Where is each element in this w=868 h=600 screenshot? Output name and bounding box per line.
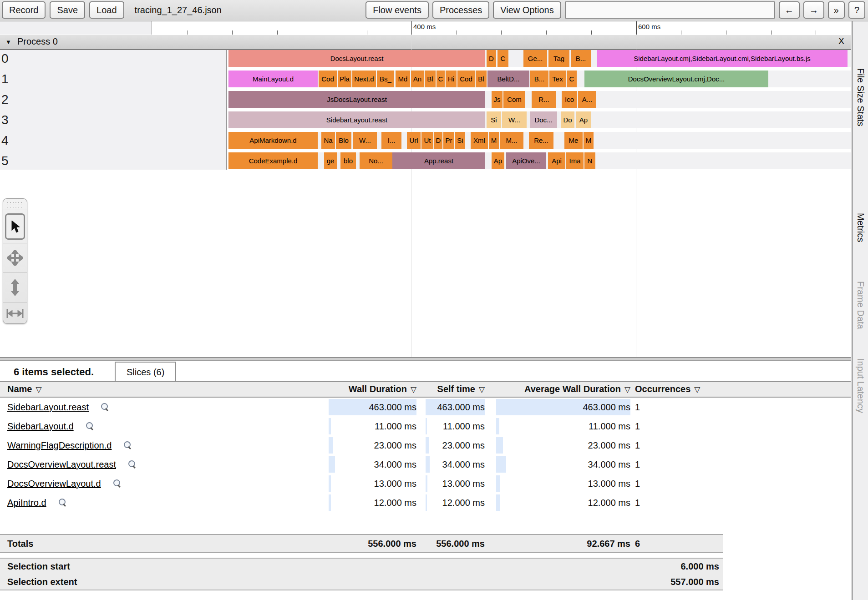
trace-slice[interactable]: M <box>584 132 594 149</box>
trace-slice[interactable]: No... <box>360 152 392 169</box>
trace-slice[interactable]: W... <box>502 111 527 128</box>
column-header-name[interactable]: Name▽ <box>7 384 42 394</box>
trace-slice[interactable]: C <box>437 71 445 87</box>
trace-slice[interactable]: Bl <box>425 71 436 87</box>
trace-slice[interactable]: Ge... <box>523 50 547 67</box>
table-row[interactable]: SidebarLayout.d11.000 ms11.000 ms11.000 … <box>0 417 851 436</box>
trace-slice[interactable]: C <box>567 71 577 87</box>
table-row[interactable]: ApiIntro.d12.000 ms12.000 ms12.000 ms1 <box>0 493 851 512</box>
trace-slice[interactable]: Ap <box>576 111 591 128</box>
trace-slice[interactable]: Pr <box>443 132 454 149</box>
column-header-self-time[interactable]: Self time▽ <box>426 384 485 394</box>
trace-slice[interactable]: Ap <box>492 152 504 169</box>
collapse-triangle-icon[interactable]: ▼ <box>5 39 11 45</box>
slice-name-link[interactable]: SidebarLayout.d <box>7 421 74 431</box>
column-header-occurrences[interactable]: Occurrences▽ <box>635 384 700 394</box>
trace-slice[interactable]: An <box>411 71 424 87</box>
trace-slice[interactable]: SidebarLayout.reast <box>228 111 485 128</box>
trace-slice[interactable]: Doc... <box>530 111 557 128</box>
trace-slice[interactable]: Md <box>396 71 410 87</box>
panel-splitter[interactable] <box>0 357 851 361</box>
column-header-average-wall-duration[interactable]: Average Wall Duration▽ <box>496 384 630 394</box>
trace-slice[interactable]: CodeExample.d <box>228 152 318 169</box>
magnifier-icon[interactable] <box>113 479 122 488</box>
search-input[interactable] <box>565 1 775 19</box>
processes-button[interactable]: Processes <box>432 1 489 19</box>
trace-slice[interactable]: D <box>434 132 442 149</box>
trace-slice[interactable]: Bs_ <box>377 71 394 87</box>
trace-slice[interactable]: Bl <box>476 71 487 87</box>
trace-slice[interactable]: C <box>497 50 508 67</box>
close-process-icon[interactable]: X <box>838 36 844 46</box>
trace-slice[interactable]: A... <box>578 91 596 108</box>
trace-slice[interactable]: BeltD... <box>487 71 529 87</box>
trace-slice[interactable]: MainLayout.d <box>228 71 318 87</box>
trace-slice[interactable]: Api <box>548 152 565 169</box>
trace-slice[interactable]: R... <box>532 91 556 108</box>
trace-slice[interactable]: Xml <box>471 132 488 149</box>
trace-slice[interactable]: W... <box>353 132 377 149</box>
table-row[interactable]: SidebarLayout.reast463.000 ms463.000 ms4… <box>0 398 851 417</box>
trace-slice[interactable]: ge <box>324 152 337 169</box>
trace-slice[interactable]: Cod <box>457 71 475 87</box>
slice-name-link[interactable]: DocsOverviewLayout.reast <box>7 459 116 469</box>
trace-slice[interactable]: Next.d <box>352 71 376 87</box>
trace-slice[interactable]: App.reast <box>392 152 485 169</box>
trace-slice[interactable]: ApiMarkdown.d <box>228 132 318 149</box>
magnifier-icon[interactable] <box>101 403 110 412</box>
trace-slice[interactable]: B... <box>530 71 548 87</box>
trace-slice[interactable]: Ut <box>421 132 433 149</box>
magnifier-icon[interactable] <box>58 498 67 507</box>
trace-slice[interactable]: ApiOve... <box>506 152 546 169</box>
more-options-button[interactable]: » <box>828 1 845 19</box>
trace-slice[interactable]: I... <box>381 132 401 149</box>
record-button[interactable]: Record <box>2 1 46 19</box>
table-row[interactable]: DocsOverviewLayout.reast34.000 ms34.000 … <box>0 455 851 474</box>
magnifier-icon[interactable] <box>123 441 132 450</box>
trace-slice[interactable]: Url <box>407 132 421 149</box>
trace-slice[interactable]: M... <box>500 132 523 149</box>
trace-slice[interactable]: Cod <box>319 71 337 87</box>
trace-slice[interactable]: Si <box>487 111 501 128</box>
trace-slice[interactable]: Me <box>564 132 583 149</box>
slice-name-link[interactable]: DocsOverviewLayout.d <box>7 479 101 489</box>
timing-tool-button[interactable] <box>3 302 27 324</box>
trace-slice[interactable]: Do <box>561 111 574 128</box>
palette-drag-handle[interactable] <box>6 202 24 209</box>
timeline-ruler[interactable]: 400 ms600 ms <box>152 21 851 35</box>
view-options-button[interactable]: View Options <box>493 1 561 19</box>
slice-name-link[interactable]: SidebarLayout.reast <box>7 402 89 412</box>
trace-slice[interactable]: DocsOverviewLayout.cmj,Doc... <box>584 71 768 87</box>
trace-slice[interactable]: Tag <box>548 50 569 67</box>
find-next-button[interactable]: → <box>803 1 824 19</box>
trace-slice[interactable]: Na <box>321 132 335 149</box>
trace-slice[interactable]: D <box>487 50 496 67</box>
trace-slice[interactable]: blo <box>340 152 356 169</box>
sidebar-tab-file-size-stats[interactable]: File Size Stats <box>855 68 866 126</box>
table-row[interactable]: DocsOverviewLayout.d13.000 ms13.000 ms13… <box>0 474 851 493</box>
trace-slice[interactable]: Tex <box>549 71 566 87</box>
flow-events-button[interactable]: Flow events <box>365 1 429 19</box>
magnifier-icon[interactable] <box>128 460 137 469</box>
pan-tool-button[interactable] <box>3 243 27 272</box>
sidebar-tab-metrics[interactable]: Metrics <box>855 213 866 242</box>
trace-slice[interactable]: N <box>584 152 595 169</box>
trace-slice[interactable]: Hi <box>446 71 457 87</box>
selection-tool-button[interactable] <box>3 210 27 243</box>
trace-slice[interactable]: M <box>489 132 499 149</box>
flame-chart-area[interactable]: 0DocsLayout.reastDCGe...TagB...SidebarLa… <box>0 50 851 357</box>
trace-slice[interactable]: DocsLayout.reast <box>228 50 485 67</box>
trace-slice[interactable]: SidebarLayout.cmj,SidebarLayout.cmi,Side… <box>597 50 848 67</box>
trace-slice[interactable]: Si <box>455 132 465 149</box>
trace-slice[interactable]: Blo <box>336 132 351 149</box>
trace-slice[interactable]: Ima <box>566 152 584 169</box>
find-previous-button[interactable]: ← <box>779 1 800 19</box>
column-header-wall-duration[interactable]: Wall Duration▽ <box>329 384 416 394</box>
trace-slice[interactable]: Com <box>503 91 525 108</box>
trace-slice[interactable]: Ico <box>562 91 577 108</box>
slice-name-link[interactable]: ApiIntro.d <box>7 498 46 508</box>
trace-slice[interactable]: Js <box>492 91 503 108</box>
save-button[interactable]: Save <box>50 1 85 19</box>
help-button[interactable]: ? <box>848 1 865 19</box>
vertical-zoom-tool-button[interactable] <box>3 272 27 302</box>
